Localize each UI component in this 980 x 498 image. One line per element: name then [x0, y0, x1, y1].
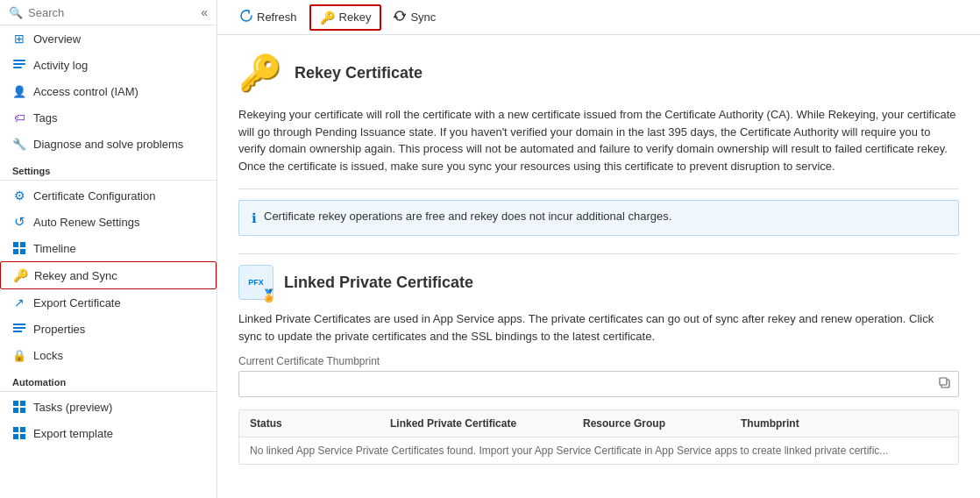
tasks-icon [12, 400, 26, 414]
col-thumbprint: Thumbprint [741, 417, 948, 430]
sidebar-item-label: Activity log [33, 59, 88, 72]
list-icon [12, 58, 26, 72]
export-icon: ↗ [12, 295, 26, 309]
sidebar-item-access-control[interactable]: 👤 Access control (IAM) [0, 78, 217, 104]
svg-rect-6 [20, 249, 25, 254]
rekey-button[interactable]: 🔑 Rekey [309, 4, 382, 31]
table-empty-message: No linked App Service Private Certificat… [239, 438, 958, 464]
svg-rect-11 [20, 401, 25, 406]
svg-rect-13 [20, 408, 25, 413]
properties-icon [12, 322, 26, 336]
svg-rect-0 [13, 60, 25, 61]
rekey-label: Rekey [339, 11, 372, 24]
sidebar-item-locks[interactable]: 🔒 Locks [0, 342, 217, 368]
automation-section-label: Automation [0, 368, 217, 391]
svg-rect-8 [13, 327, 25, 329]
export-template-icon [12, 426, 26, 440]
thumbprint-field[interactable] [238, 371, 959, 397]
svg-rect-17 [20, 434, 25, 439]
sidebar-item-label: Auto Renew Settings [33, 216, 139, 229]
sidebar-item-diagnose[interactable]: 🔧 Diagnose and solve problems [0, 131, 217, 157]
content-area: 🔑 Rekey Certificate Rekeying your certif… [217, 35, 980, 498]
info-icon: ℹ [252, 210, 257, 226]
linked-certs-table: Status Linked Private Certificate Resour… [238, 409, 959, 465]
grid-icon: ⊞ [12, 32, 26, 46]
svg-rect-3 [13, 242, 18, 247]
timeline-icon [12, 241, 26, 255]
col-status: Status [250, 417, 390, 430]
sidebar-item-tasks[interactable]: Tasks (preview) [0, 394, 217, 420]
pfx-badge-icon: 🏅 [261, 288, 276, 302]
sidebar-item-label: Export template [33, 427, 113, 440]
main-content: Refresh 🔑 Rekey Sync 🔑 Rekey Certificate [217, 0, 980, 498]
refresh-icon [240, 10, 252, 25]
sidebar-item-label: Export Certificate [33, 296, 121, 309]
person-icon: 👤 [12, 84, 26, 98]
sidebar-item-auto-renew[interactable]: ↺ Auto Renew Settings [0, 209, 217, 235]
sidebar-item-label: Tags [33, 111, 57, 125]
wrench-icon: 🔧 [12, 137, 26, 151]
sidebar-item-label: Access control (IAM) [33, 85, 138, 98]
lock-icon: 🔒 [12, 348, 26, 362]
search-input[interactable] [28, 6, 195, 19]
divider-2 [238, 253, 959, 254]
refresh-button[interactable]: Refresh [231, 5, 306, 29]
sidebar-settings-items: ⚙ Certificate Configuration ↺ Auto Renew… [0, 182, 217, 368]
sidebar-item-rekey-sync[interactable]: 🔑 Rekey and Sync [0, 261, 217, 289]
sidebar-top-items: ⊞ Overview Activity log 👤 Access control… [0, 25, 217, 157]
svg-rect-7 [13, 324, 25, 325]
sidebar: 🔍 « ⊞ Overview Activity log 👤 Access con… [0, 0, 217, 498]
sidebar-item-label: Locks [33, 349, 63, 362]
svg-rect-15 [20, 427, 25, 432]
svg-rect-9 [13, 331, 22, 332]
table-header: Status Linked Private Certificate Resour… [239, 410, 958, 438]
search-icon: 🔍 [9, 6, 23, 19]
rekey-description: Rekeying your certificate will roll the … [238, 106, 959, 174]
collapse-icon[interactable]: « [201, 5, 208, 19]
svg-rect-10 [13, 401, 18, 406]
linked-description: Linked Private Certificates are used in … [238, 310, 959, 345]
sidebar-search-container: 🔍 « [0, 0, 217, 25]
sidebar-item-label: Properties [33, 323, 85, 336]
svg-rect-12 [13, 408, 18, 413]
thumbprint-label: Current Certificate Thumbprint [238, 355, 959, 367]
toolbar: Refresh 🔑 Rekey Sync [217, 0, 980, 35]
sidebar-item-cert-config[interactable]: ⚙ Certificate Configuration [0, 182, 217, 209]
rekey-section-icon: 🔑 [238, 53, 282, 94]
col-resource-group: Resource Group [583, 417, 741, 430]
info-text: Certificate rekey operations are free an… [264, 210, 671, 223]
sidebar-item-label: Rekey and Sync [34, 269, 117, 282]
tag-icon: 🏷 [12, 110, 26, 125]
col-linked-cert: Linked Private Certificate [390, 417, 583, 430]
sidebar-item-label: Overview [33, 32, 81, 46]
key-icon: 🔑 [13, 268, 27, 282]
svg-rect-19 [940, 378, 947, 385]
svg-rect-4 [20, 242, 25, 247]
sidebar-item-tags[interactable]: 🏷 Tags [0, 104, 217, 131]
rekey-section-title: Rekey Certificate [295, 64, 423, 82]
sidebar-item-label: Timeline [33, 242, 76, 255]
svg-rect-1 [13, 63, 25, 65]
sidebar-item-overview[interactable]: ⊞ Overview [0, 25, 217, 52]
sync-button[interactable]: Sync [385, 5, 444, 29]
sidebar-item-label: Certificate Configuration [33, 189, 155, 203]
gear-icon: ⚙ [12, 189, 26, 203]
sidebar-automation-items: Tasks (preview) Export template [0, 394, 217, 446]
sync-label: Sync [410, 11, 436, 24]
rekey-icon: 🔑 [320, 11, 335, 25]
linked-section-header: PFX 🏅 Linked Private Certificate [238, 265, 959, 300]
renew-icon: ↺ [12, 215, 26, 229]
copy-icon[interactable] [939, 377, 951, 392]
svg-rect-16 [13, 434, 18, 439]
svg-rect-14 [13, 427, 18, 432]
sidebar-item-export-cert[interactable]: ↗ Export Certificate [0, 289, 217, 316]
info-box: ℹ Certificate rekey operations are free … [238, 200, 959, 236]
sync-icon [394, 10, 406, 25]
sidebar-item-activity-log[interactable]: Activity log [0, 52, 217, 78]
sidebar-item-properties[interactable]: Properties [0, 316, 217, 342]
refresh-label: Refresh [257, 11, 297, 24]
pfx-icon: PFX 🏅 [238, 265, 273, 300]
sidebar-item-export-template[interactable]: Export template [0, 420, 217, 446]
sidebar-item-timeline[interactable]: Timeline [0, 235, 217, 261]
sidebar-item-label: Diagnose and solve problems [33, 138, 183, 151]
